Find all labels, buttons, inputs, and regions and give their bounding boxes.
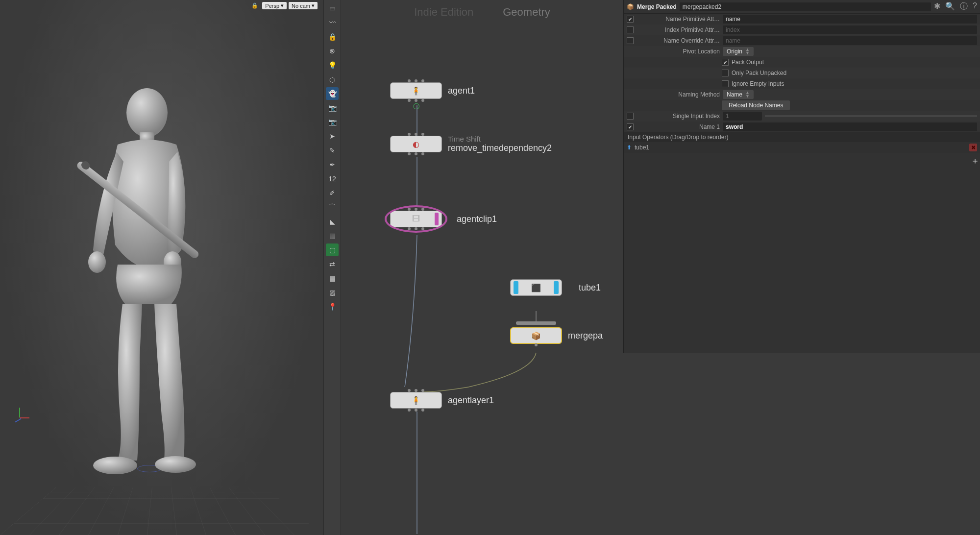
tube-icon: ⬛ [531, 283, 541, 292]
image-icon[interactable]: ▤ [326, 272, 339, 285]
ghost-icon[interactable]: 👻 [326, 87, 339, 100]
naming-method-dropdown[interactable]: Name ▲▼ [723, 90, 754, 99]
agentlayer-icon: 🧍 [411, 396, 421, 405]
bulb-off-icon[interactable]: ◌ [326, 73, 339, 86]
character-mesh [59, 83, 225, 485]
empty-pane [623, 353, 980, 535]
camera-nocam-tag[interactable]: No cam▾ [289, 2, 318, 9]
index-prim-attr-field[interactable]: index [723, 25, 977, 34]
node-wires [341, 0, 623, 535]
checker-icon[interactable]: ▦ [326, 229, 339, 242]
node-label: tube1 [579, 283, 601, 293]
node-tube1[interactable]: ⬛ tube1 [510, 279, 601, 296]
tag-icon[interactable]: ◣ [326, 215, 339, 228]
curve-icon[interactable]: ⌒ [326, 201, 339, 214]
lock-icon[interactable]: 🔒 [326, 30, 339, 43]
name-override-field[interactable]: name [723, 36, 977, 45]
arrow-icon[interactable]: ➤ [326, 130, 339, 143]
ignore-empty-label: Ignore Empty Inputs [732, 80, 784, 87]
help-icon[interactable]: ? [973, 1, 977, 12]
svg-point-5 [155, 456, 196, 473]
name-override-checkbox[interactable] [627, 37, 634, 44]
single-input-index-label: Single Input Index [637, 113, 720, 120]
camera-icon[interactable]: 📷 [326, 101, 339, 114]
render-icon[interactable]: ▨ [326, 286, 339, 299]
delete-input-button[interactable]: ✖ [969, 144, 977, 151]
lasso-icon[interactable]: 〰 [326, 16, 339, 29]
name-prim-attr-checkbox[interactable]: ✔ [627, 16, 634, 23]
svg-point-4 [93, 457, 137, 474]
node-label: remove_timedependency2 [448, 143, 552, 153]
context-label: Geometry [503, 6, 550, 19]
pivot-location-label: Pivot Location [637, 48, 720, 55]
input-op-row[interactable]: ⬆ tube1 ✖ [624, 142, 980, 153]
svg-point-2 [88, 251, 106, 273]
bulb-on-icon[interactable]: 💡 [326, 59, 339, 72]
edition-label: Indie Edition [414, 6, 473, 19]
merge-icon: 📦 [627, 3, 634, 10]
node-mergepacked[interactable]: 📦 mergepa [510, 327, 603, 344]
naming-method-label: Naming Method [637, 91, 720, 98]
ignore-empty-checkbox[interactable] [722, 80, 729, 87]
pack-output-checkbox[interactable]: ✔ [722, 59, 729, 66]
input-arrow-icon: ⬆ [627, 144, 632, 151]
node-label: agent1 [448, 86, 475, 96]
pack-output-label: Pack Output [732, 59, 764, 66]
node-agentclip1[interactable]: 🎞 agentclip1 [390, 211, 497, 227]
camera-persp-tag[interactable]: Persp▾ [262, 2, 287, 9]
name-override-label: Name Override Attr… [637, 37, 720, 44]
index-prim-attr-label: Index Primitive Attr… [637, 26, 720, 33]
name1-field[interactable]: sword [723, 122, 977, 131]
sphere-icon[interactable]: ⊗ [326, 45, 339, 57]
node-type-label: Merge Packed [637, 3, 677, 10]
select-icon[interactable]: ▭ [326, 2, 339, 15]
node-label: mergepa [568, 331, 603, 341]
index-prim-attr-checkbox[interactable] [627, 26, 634, 33]
only-pack-unpacked-checkbox[interactable] [722, 70, 729, 76]
info-icon[interactable]: ⓘ [960, 1, 968, 12]
network-pane[interactable]: Indie Edition Geometry 🧍 ◯ agent1 ◐ Time… [341, 0, 623, 535]
brush-icon[interactable]: ✎ [326, 144, 339, 157]
input-operators-header: Input Operators (Drag/Drop to reorder) [624, 132, 980, 142]
pen-icon[interactable]: ✒ [326, 158, 339, 171]
agentclip-icon: 🎞 [412, 215, 420, 223]
search-icon[interactable]: 🔍 [945, 1, 955, 12]
node-agentlayer1[interactable]: 🧍 agentlayer1 [390, 392, 494, 409]
node-timeshift[interactable]: ◐ Time Shift remove_timedependency2 [390, 135, 552, 153]
single-input-index-field[interactable]: 1 [723, 112, 762, 121]
measure-icon[interactable]: 12 [326, 172, 339, 185]
params-header: 📦 Merge Packed mergepacked2 ✱ 🔍 ⓘ ? [624, 0, 980, 14]
name1-label: Name 1 [637, 123, 720, 130]
name-prim-attr-field[interactable]: name [723, 15, 977, 24]
name-prim-attr-label: Name Primitive Att… [637, 16, 720, 23]
add-multiparm-button[interactable]: ＋ [970, 155, 980, 165]
pin-icon[interactable]: 📍 [326, 300, 339, 313]
sweep-icon[interactable]: ✐ [326, 187, 339, 199]
box-icon[interactable]: ▢ [326, 243, 339, 256]
only-pack-unpacked-label: Only Pack Unpacked [732, 70, 786, 76]
floor-grid [0, 487, 322, 535]
agent-icon: 🧍 [411, 86, 421, 96]
cooked-icon: ◯ [413, 102, 419, 109]
single-input-index-slider[interactable] [765, 115, 977, 117]
pivot-location-dropdown[interactable]: Origin ▲▼ [723, 47, 754, 56]
reload-node-names-button[interactable]: Reload Node Names [722, 100, 790, 110]
viewport-pane[interactable]: 🔒 Persp▾ No cam▾ [0, 0, 322, 535]
gear-icon[interactable]: ✱ [934, 1, 940, 12]
node-name-field[interactable]: mergepacked2 [680, 2, 931, 11]
single-input-index-checkbox[interactable] [627, 113, 634, 120]
name1-checkbox[interactable]: ✔ [627, 123, 634, 130]
lock-icon[interactable]: 🔒 [251, 2, 258, 9]
link-icon[interactable]: ⇄ [326, 258, 339, 270]
svg-point-0 [126, 88, 168, 137]
viewport-toolbar: ▭〰🔒⊗💡◌👻📷📷➤✎✒12✐⌒◣▦▢⇄▤▨📍 [323, 0, 341, 535]
node-agent1[interactable]: 🧍 ◯ agent1 [390, 82, 475, 99]
input-op-name: tube1 [635, 144, 649, 151]
axis-gizmo [10, 408, 29, 427]
node-label: agentclip1 [457, 214, 497, 224]
merge-icon: 📦 [531, 331, 541, 340]
parameter-pane: 📦 Merge Packed mergepacked2 ✱ 🔍 ⓘ ? ✔ Na… [623, 0, 980, 353]
camera-lock-icon[interactable]: 📷 [326, 116, 339, 128]
timeshift-icon: ◐ [413, 140, 419, 149]
node-sublabel: Time Shift [448, 135, 552, 143]
